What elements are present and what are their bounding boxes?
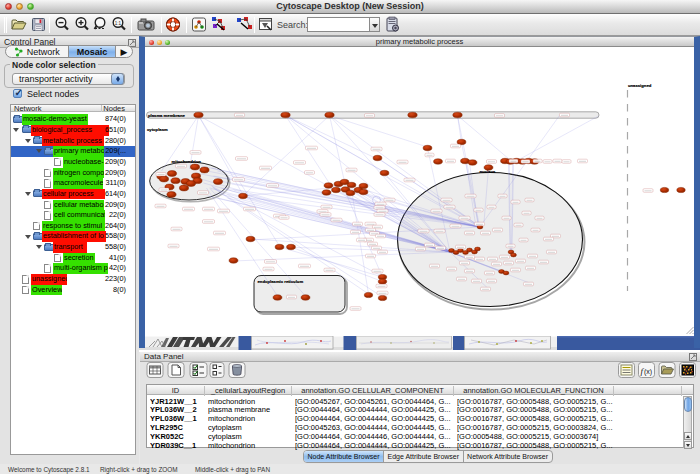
svg-text:1:1: 1:1 [115, 21, 122, 26]
svg-text:(x): (x) [644, 368, 652, 376]
svg-text:cytoplasm: cytoplasm [147, 127, 168, 132]
svg-text:plasma membrane: plasma membrane [148, 113, 185, 118]
svg-text:endoplasmic reticulum: endoplasmic reticulum [258, 279, 304, 284]
svg-text:mitochondrion: mitochondrion [172, 159, 202, 164]
svg-text:unassigned: unassigned [628, 83, 652, 88]
